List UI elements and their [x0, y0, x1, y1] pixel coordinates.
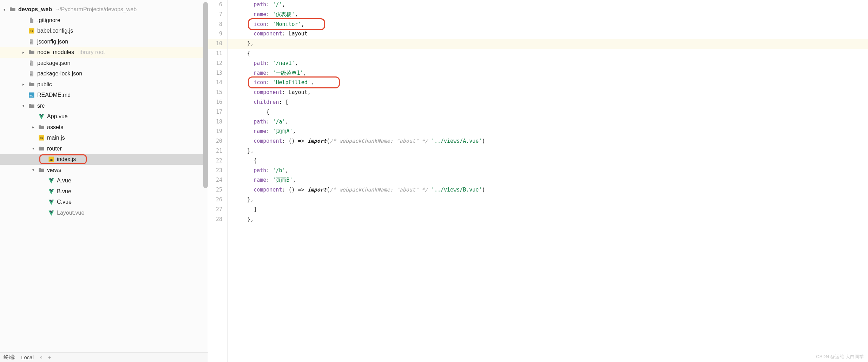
library-root-tag: library root — [78, 49, 105, 55]
tree-item-router[interactable]: ▾router — [0, 143, 208, 154]
code-line[interactable]: { — [228, 49, 868, 59]
code-line[interactable]: ] — [228, 205, 868, 215]
tree-item-label: views — [47, 167, 61, 173]
code-line[interactable]: }, — [228, 215, 868, 224]
tree-item-index.js[interactable]: ▸JSindex.js — [0, 154, 208, 165]
chevron-down-icon[interactable]: ▾ — [31, 168, 36, 172]
tree-item-public[interactable]: ▸public — [0, 79, 208, 90]
tree-item-package-lock.json[interactable]: ▸{}package-lock.json — [0, 68, 208, 79]
line-number: 23 — [208, 166, 227, 176]
tree-item-label: public — [37, 81, 52, 88]
tree-item-label: assets — [47, 124, 63, 130]
tree-item-views[interactable]: ▾views — [0, 165, 208, 176]
code-line[interactable]: component: () => import(/* webpackChunkN… — [228, 136, 868, 146]
project-tree-panel[interactable]: ▾devops_web~/PycharmProjects/devops_web▸… — [0, 0, 208, 362]
chevron-right-icon[interactable]: ▸ — [21, 50, 26, 55]
tree-item-label: main.js — [47, 135, 65, 141]
svg-text:JS: JS — [50, 158, 53, 161]
tree-item-devops_web[interactable]: ▾devops_web~/PycharmProjects/devops_web — [0, 4, 208, 15]
tree-item-Layout.vue[interactable]: ▸Layout.vue — [0, 208, 208, 219]
terminal-session-local[interactable]: Local — [21, 354, 34, 360]
code-line[interactable]: name: '仪表板', — [228, 10, 868, 20]
tree-item-src[interactable]: ▾src — [0, 101, 208, 112]
code-area[interactable]: CSDN @运维-大白同学 path: '/', name: '仪表板', ic… — [228, 0, 868, 362]
chevron-right-icon[interactable]: ▸ — [21, 82, 26, 87]
line-number: 8 — [208, 20, 227, 29]
vue-icon — [48, 177, 55, 184]
code-line[interactable]: }, — [228, 195, 868, 205]
code-line[interactable]: }, — [228, 146, 868, 156]
line-number: 18 — [208, 117, 227, 127]
code-editor[interactable]: 6789101112131415161718192021222324252627… — [208, 0, 868, 362]
watermark-text: CSDN @运维-大白同学 — [816, 354, 864, 360]
tree-item-assets[interactable]: ▸assets — [0, 122, 208, 133]
tree-item-babel.config.js[interactable]: ▸JSbabel.config.js — [0, 26, 208, 36]
tree-item-label: App.vue — [47, 113, 68, 120]
svg-text:{}: {} — [30, 63, 32, 65]
line-number: 17 — [208, 107, 227, 117]
folder-icon — [38, 145, 45, 152]
line-number: 25 — [208, 185, 227, 195]
code-line[interactable]: component: () => import(/* webpackChunkN… — [228, 185, 868, 195]
code-line[interactable]: name: '页面B', — [228, 175, 868, 185]
code-line[interactable]: path: '/a', — [228, 117, 868, 127]
chevron-down-icon[interactable]: ▾ — [21, 103, 26, 108]
terminal-close-icon[interactable]: × — [39, 354, 42, 360]
tree-item-label: Layout.vue — [57, 210, 84, 216]
code-line[interactable]: path: '/nav1', — [228, 59, 868, 68]
svg-text:JS: JS — [30, 30, 33, 33]
chevron-down-icon[interactable]: ▾ — [2, 7, 7, 12]
tree-item-README.md[interactable]: ▸MDREADME.md — [0, 90, 208, 101]
code-line[interactable]: name: '页面A', — [228, 127, 868, 136]
tree-item-main.js[interactable]: ▸JSmain.js — [0, 133, 208, 143]
folder-icon — [28, 102, 35, 109]
code-line[interactable]: component: Layout, — [228, 88, 868, 98]
folder-icon — [9, 6, 16, 13]
code-line[interactable]: path: '/b', — [228, 166, 868, 176]
code-line[interactable]: icon: 'HelpFilled', — [228, 78, 868, 88]
tree-item-label: package-lock.json — [37, 71, 82, 77]
code-line[interactable]: path: '/', — [228, 0, 868, 10]
code-line[interactable]: icon: 'Monitor', — [228, 20, 868, 29]
code-line[interactable]: }, — [228, 39, 868, 49]
code-line[interactable]: children: [ — [228, 98, 868, 107]
line-number: 19 — [208, 127, 227, 136]
code-line[interactable]: component: Layout — [228, 29, 868, 39]
tree-item-label: C.vue — [57, 199, 72, 205]
chevron-right-icon[interactable]: ▸ — [31, 125, 36, 129]
tree-item-label: B.vue — [57, 188, 71, 195]
tree-item-label: node_modules — [37, 49, 74, 55]
vue-icon — [38, 113, 45, 120]
line-number: 6 — [208, 0, 227, 10]
md-icon: MD — [28, 92, 35, 99]
chevron-down-icon[interactable]: ▾ — [31, 146, 36, 151]
code-line[interactable]: name: '一级菜单1', — [228, 68, 868, 78]
line-number: 24 — [208, 175, 227, 185]
scrollbar-thumb[interactable] — [203, 2, 208, 188]
svg-text:JS: JS — [40, 137, 43, 140]
tree-item-label: .gitignore — [37, 17, 60, 24]
tree-item-label: babel.config.js — [37, 28, 73, 34]
tree-item-B.vue[interactable]: ▸B.vue — [0, 186, 208, 197]
tree-item-node_modules[interactable]: ▸node_moduleslibrary root — [0, 47, 208, 58]
tree-item-package.json[interactable]: ▸{}package.json — [0, 58, 208, 69]
terminal-add-icon[interactable]: + — [48, 354, 51, 360]
code-line[interactable]: { — [228, 156, 868, 166]
tree-item-label: src — [37, 103, 45, 109]
tree-item-label: package.json — [37, 60, 70, 66]
folder-icon — [28, 81, 35, 88]
tree-item-C.vue[interactable]: ▸C.vue — [0, 197, 208, 208]
tree-item-label: index.js — [57, 156, 76, 162]
json-icon: {} — [28, 60, 35, 67]
code-line[interactable]: { — [228, 107, 868, 117]
tree-item-label: devops_web — [18, 6, 52, 13]
tree-item-label: A.vue — [57, 177, 71, 184]
tree-item-.gitignore[interactable]: ▸.gitignore — [0, 15, 208, 26]
tree-item-App.vue[interactable]: ▸App.vue — [0, 111, 208, 122]
line-number: 20 — [208, 136, 227, 146]
terminal-label: 终端: — [4, 354, 15, 361]
tree-item-A.vue[interactable]: ▸A.vue — [0, 175, 208, 186]
tree-item-jsconfig.json[interactable]: ▸{}jsconfig.json — [0, 36, 208, 47]
tree-item-label: README.md — [37, 92, 71, 98]
vue-icon — [48, 209, 55, 216]
